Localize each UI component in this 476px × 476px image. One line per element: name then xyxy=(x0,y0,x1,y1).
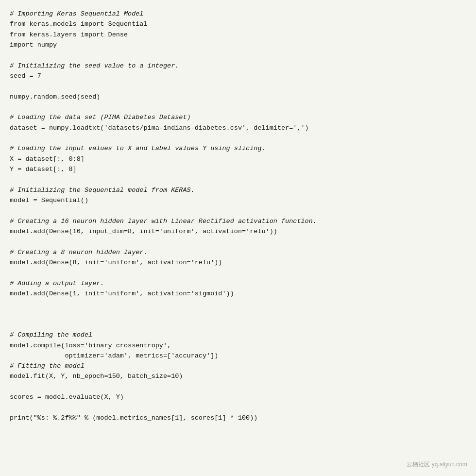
watermark: 云栖社区 yq.aliyun.com xyxy=(407,460,467,469)
code-container: # Importing Keras Sequential Model from … xyxy=(0,0,476,476)
code-block: # Importing Keras Sequential Model from … xyxy=(10,9,466,423)
